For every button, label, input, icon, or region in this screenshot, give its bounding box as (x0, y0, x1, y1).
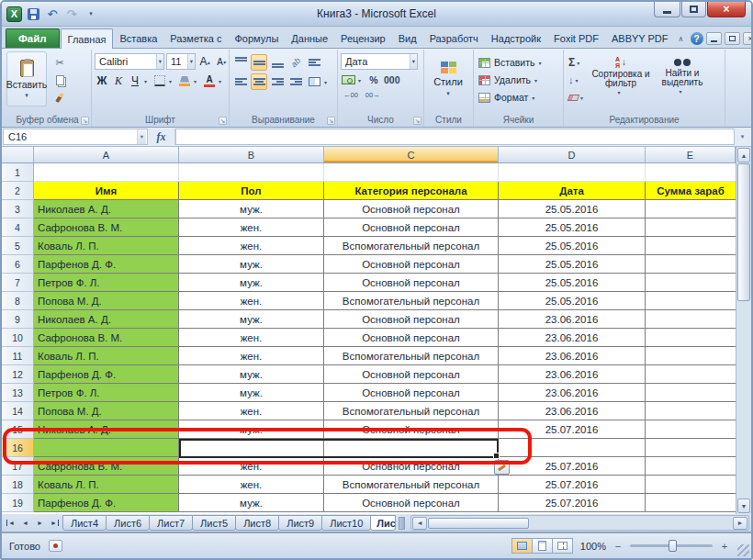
cell-b[interactable] (179, 163, 324, 182)
cell-a[interactable]: Петров Ф. Л. (34, 384, 179, 402)
cell-c[interactable]: Вспомогательный персонал (324, 237, 499, 255)
paste-button[interactable]: Вставить ▾ (6, 51, 47, 106)
row-header[interactable]: 5 (2, 237, 34, 255)
resize-grip[interactable] (737, 544, 749, 556)
formula-input[interactable] (175, 129, 735, 145)
delete-cells-button[interactable]: Удалить ▾ (477, 72, 547, 88)
redo-button[interactable]: ↷ (63, 6, 80, 22)
col-header-E[interactable]: E (646, 147, 736, 162)
cell-e[interactable] (646, 292, 736, 310)
insert-options-button[interactable] (494, 460, 510, 475)
scroll-up-button[interactable]: ▲ (737, 148, 750, 162)
prev-sheet-button[interactable]: ◄ (18, 516, 32, 530)
cell-c[interactable]: Основной персонал (324, 384, 499, 402)
cell-b[interactable]: жен. (179, 237, 324, 255)
help-button[interactable]: ? (691, 32, 703, 45)
first-sheet-button[interactable]: ◄ (4, 516, 17, 530)
font-family-select[interactable]: Calibri ▾ (95, 53, 164, 70)
col-header-D[interactable]: D (499, 147, 646, 162)
last-sheet-button[interactable]: ► (48, 516, 62, 530)
row-header[interactable]: 1 (2, 163, 34, 182)
row-header[interactable]: 18 (2, 476, 34, 494)
cell-b[interactable]: муж. (179, 384, 324, 402)
cell-c[interactable]: Категория персонала (324, 182, 499, 200)
alignment-dialog-launcher[interactable]: ↘ (327, 117, 335, 125)
cell-d[interactable]: 25.07.2016 (499, 420, 646, 439)
cell-e[interactable] (646, 347, 736, 365)
file-tab[interactable]: Файл (6, 28, 60, 48)
row-header[interactable]: 13 (2, 384, 34, 402)
align-middle-button[interactable] (251, 54, 267, 71)
tab-split-handle[interactable] (399, 517, 405, 530)
sheet-tab-0[interactable]: Лист4 (62, 515, 107, 531)
font-color-dropdown[interactable]: ▾ (219, 78, 225, 84)
ribbon-tab-1[interactable]: Вставка (113, 29, 163, 48)
cell-c[interactable] (324, 163, 499, 182)
align-right-button[interactable] (269, 73, 286, 90)
cell-e[interactable] (646, 163, 736, 182)
cell-e[interactable] (646, 329, 736, 347)
insert-cells-button[interactable]: Вставить ▾ (477, 54, 547, 71)
copy-button[interactable] (50, 72, 70, 88)
zoom-slider[interactable] (630, 544, 713, 547)
select-all-corner[interactable] (2, 147, 34, 162)
cell-a[interactable]: Коваль Л. П. (34, 476, 179, 494)
cell-c[interactable]: Основной персонал (324, 218, 499, 237)
clear-button[interactable]: ▾ (567, 89, 589, 106)
col-header-C[interactable]: C (324, 147, 499, 162)
cell-b[interactable]: жен. (179, 292, 324, 310)
increase-decimal-button[interactable]: ←00 (341, 90, 361, 100)
row-header[interactable]: 3 (2, 200, 34, 218)
normal-view-button[interactable] (511, 538, 533, 554)
cell-a[interactable]: Имя (34, 182, 179, 200)
align-top-button[interactable] (232, 54, 249, 71)
row-header[interactable]: 11 (2, 347, 34, 365)
ribbon-tab-10[interactable]: ABBYY PDF (605, 29, 675, 48)
autosum-button[interactable]: Σ▾ (567, 54, 589, 71)
cell-e[interactable] (646, 365, 736, 384)
cell-d[interactable] (499, 163, 646, 182)
cell-b[interactable]: жен. (179, 218, 324, 237)
formula-bar-expand-button[interactable]: ▾ (735, 129, 750, 145)
cell-d[interactable]: 25.07.2016 (499, 494, 646, 512)
cell-b[interactable]: жен. (179, 457, 324, 476)
row-header[interactable]: 2 (2, 182, 34, 200)
cell-d[interactable]: 25.05.2016 (499, 200, 646, 218)
page-layout-view-button[interactable] (532, 538, 553, 554)
cell-c[interactable]: Основной персонал (324, 494, 499, 512)
row-header[interactable]: 4 (2, 218, 34, 237)
font-color-button[interactable]: А (202, 73, 217, 89)
cell-a[interactable]: Петров Ф. Л. (34, 274, 179, 292)
cell-a[interactable]: Попова М. Д. (34, 402, 179, 420)
cell-e[interactable] (646, 420, 736, 439)
cell-c[interactable]: Основной персонал (324, 200, 499, 218)
cell-c[interactable]: Вспомогательный персонал (324, 292, 499, 310)
row-header[interactable]: 12 (2, 365, 34, 384)
cell-c[interactable]: Вспомогательный персонал (324, 402, 499, 420)
cell-c[interactable]: Основной персонал (324, 329, 499, 347)
sheet-tab-4[interactable]: Лист8 (235, 515, 279, 531)
fill-button[interactable]: ↓▾ (567, 72, 589, 88)
save-button[interactable] (25, 6, 41, 22)
italic-button[interactable]: К (111, 73, 126, 89)
cell-d[interactable]: 23.06.2016 (499, 402, 646, 420)
cell-e[interactable] (646, 310, 736, 329)
ribbon-tab-0[interactable]: Главная (61, 28, 114, 49)
cell-b[interactable]: муж. (179, 274, 324, 292)
format-cells-button[interactable]: Формат ▾ (477, 89, 547, 106)
cell-e[interactable]: Сумма зараб (646, 182, 736, 200)
cell-c[interactable]: Основной персонал (324, 420, 499, 439)
cell-b[interactable]: жен. (179, 347, 324, 365)
maximize-button[interactable] (681, 2, 706, 17)
cell-a[interactable]: Николаев А. Д. (34, 420, 179, 439)
sheet-tab-1[interactable]: Лист6 (106, 515, 150, 531)
sheet-tab-7[interactable]: Лист11 (370, 515, 396, 531)
find-select-button[interactable]: Найти и выделить ▾ (653, 54, 712, 106)
horizontal-scrollbar[interactable]: ◄ ► (410, 515, 749, 531)
font-dialog-launcher[interactable]: ↘ (219, 117, 227, 125)
name-box[interactable]: C16 ▾ (3, 129, 148, 145)
cell-a[interactable] (34, 163, 179, 182)
decrease-indent-button[interactable] (287, 73, 304, 90)
insert-function-button[interactable]: fx (148, 129, 175, 145)
cell-d[interactable]: 25.05.2016 (499, 255, 646, 274)
